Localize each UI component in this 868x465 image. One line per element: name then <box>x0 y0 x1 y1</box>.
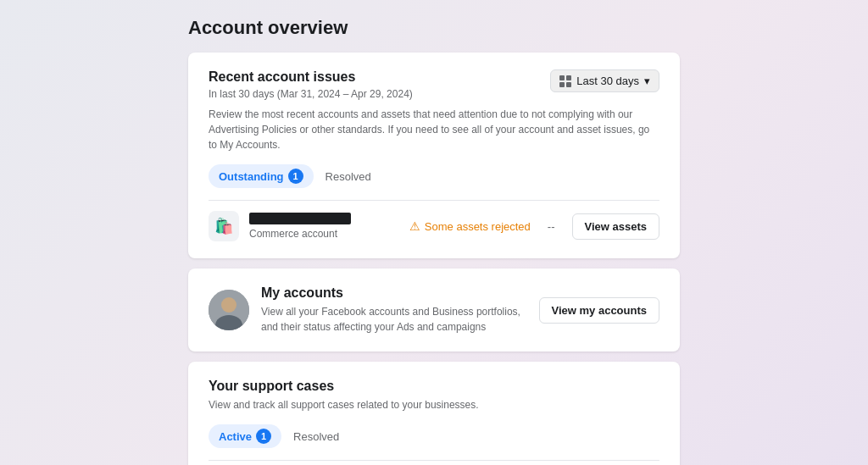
support-cases-title: Your support cases <box>209 379 659 394</box>
issue-type: Commerce account <box>249 228 399 240</box>
warning-icon: ⚠ <box>409 219 420 233</box>
support-cases-description: View and track all support cases related… <box>209 397 659 412</box>
outstanding-tab-label: Outstanding <box>219 170 284 183</box>
issue-name-redacted <box>249 213 351 224</box>
recent-issues-title: Recent account issues <box>209 69 413 85</box>
accounts-info: My accounts View all your Facebook accou… <box>261 285 527 335</box>
avatar <box>209 290 249 330</box>
issue-dash: -- <box>548 220 555 233</box>
issues-tabs: Outstanding 1 Resolved <box>209 164 659 188</box>
issue-status-text: Some assets rejected <box>425 220 531 233</box>
recent-issues-description: Review the most recent accounts and asse… <box>209 107 659 152</box>
view-my-accounts-button[interactable]: View my accounts <box>539 297 659 324</box>
resolved-tab[interactable]: Resolved <box>317 166 380 187</box>
grid-icon <box>559 75 571 87</box>
issue-row: 🛍️ Commerce account ⚠ Some assets reject… <box>209 211 659 241</box>
view-assets-button[interactable]: View assets <box>572 213 659 240</box>
support-tabs: Active 1 Resolved <box>209 424 659 448</box>
issue-status: ⚠ Some assets rejected <box>409 219 531 233</box>
issue-info: Commerce account <box>249 213 399 240</box>
date-filter-label: Last 30 days <box>576 75 639 87</box>
support-resolved-tab[interactable]: Resolved <box>285 426 348 447</box>
recent-issues-date-range: In last 30 days (Mar 31, 2024 – Apr 29, … <box>209 88 413 100</box>
outstanding-badge: 1 <box>288 169 303 184</box>
outstanding-tab[interactable]: Outstanding 1 <box>209 164 314 188</box>
my-accounts-card: My accounts View all your Facebook accou… <box>188 268 680 352</box>
page-title: Account overview <box>188 17 348 39</box>
active-badge: 1 <box>256 429 271 444</box>
active-tab-label: Active <box>219 430 252 443</box>
my-accounts-title: My accounts <box>261 285 527 301</box>
my-accounts-row: My accounts View all your Facebook accou… <box>209 285 659 335</box>
chevron-down-icon: ▾ <box>644 75 650 87</box>
date-filter-button[interactable]: Last 30 days ▾ <box>550 69 659 92</box>
commerce-icon: 🛍️ <box>209 211 239 241</box>
svg-point-1 <box>221 297 236 313</box>
active-tab[interactable]: Active 1 <box>209 424 281 448</box>
recent-issues-card: Recent account issues In last 30 days (M… <box>188 53 680 258</box>
support-cases-card: Your support cases View and track all su… <box>188 362 680 465</box>
my-accounts-description: View all your Facebook accounts and Busi… <box>261 304 527 335</box>
